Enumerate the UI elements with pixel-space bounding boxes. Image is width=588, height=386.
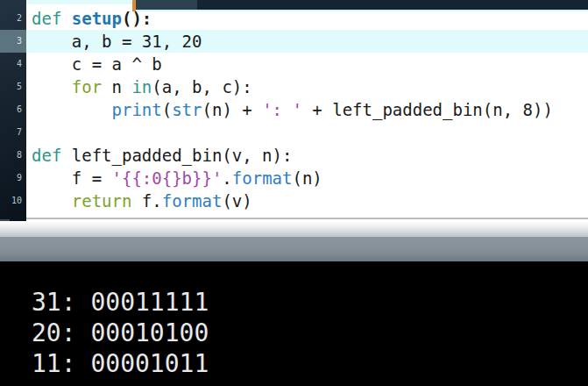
scrollbar-thumb[interactable] (136, 0, 197, 10)
code-line[interactable]: a, b = 31, 20 (26, 30, 588, 53)
code-token: def (32, 146, 61, 165)
code-token: setup (72, 9, 122, 28)
code-token: in (131, 77, 152, 96)
line-number-gutter: 2345678910 (0, 0, 26, 221)
line-number[interactable]: 6 (0, 98, 26, 121)
line-number[interactable]: 9 (0, 167, 26, 189)
code-token: (a, b, c): (152, 77, 251, 96)
code-token: str (172, 100, 202, 119)
code-token: (): (122, 9, 152, 28)
pane-splitter-bottom[interactable] (0, 237, 588, 261)
code-token: f. (131, 191, 161, 211)
code-token: left_padded_bin(v, n): (61, 146, 292, 165)
line-number[interactable]: 7 (0, 121, 26, 144)
code-line[interactable] (26, 121, 588, 144)
code-token: return (72, 191, 132, 211)
code-token: '{{:0{}b}}' (112, 168, 223, 188)
terminal-output-pane[interactable]: 31: 0001111120: 0001010011: 00001011 (0, 261, 588, 386)
line-number[interactable]: 10 (0, 189, 26, 212)
editor-bottom-border (26, 218, 588, 219)
top-strip-underline (136, 10, 588, 11)
code-token: . (222, 168, 231, 188)
code-token (32, 77, 72, 96)
code-token: a, b = 31, 20 (32, 32, 202, 51)
code-token: n (102, 77, 131, 96)
code-line[interactable]: for n in(a, b, c): (26, 75, 588, 98)
pane-splitter-top[interactable] (0, 221, 588, 237)
line-number[interactable]: 5 (0, 75, 26, 98)
code-line[interactable]: f = '{{:0{}b}}'.format(n) (26, 167, 588, 189)
terminal-line: 20: 00010100 (32, 318, 588, 348)
editor-pane[interactable]: 2345678910 def setup(): a, b = 31, 20 c … (0, 0, 588, 221)
code-token: f = (32, 168, 112, 188)
code-token: for (72, 77, 102, 96)
line-number[interactable]: 3 (0, 30, 26, 53)
code-token (61, 9, 71, 28)
code-line[interactable]: return f.format(v) (26, 189, 588, 212)
code-token: ': ' (262, 100, 302, 119)
code-line[interactable]: c = a ^ b (26, 53, 588, 75)
code-token (32, 100, 112, 119)
code-token: format (162, 191, 223, 211)
line-number[interactable]: 2 (0, 7, 26, 30)
scrollbar-track[interactable] (197, 0, 588, 10)
terminal-line: 31: 00011111 (32, 287, 588, 318)
code-token: + left_padded_bin(n, 8)) (302, 100, 553, 119)
terminal-line: 11: 00001011 (32, 348, 588, 379)
top-strip-highlight-segment (26, 0, 132, 4)
code-token: c = a ^ b (32, 54, 162, 74)
code-token: def (32, 9, 61, 28)
code-token: (n) (292, 168, 322, 188)
code-text-area[interactable]: def setup(): a, b = 31, 20 c = a ^ b for… (26, 7, 588, 218)
code-line[interactable]: print(str(n) + ': ' + left_padded_bin(n,… (26, 98, 588, 121)
line-number[interactable]: 4 (0, 53, 26, 75)
code-token: print (112, 100, 162, 119)
code-token: format (232, 168, 293, 188)
code-token (32, 191, 72, 211)
line-number[interactable]: 8 (0, 144, 26, 167)
code-token: (v) (222, 191, 251, 211)
code-token: (n) + (202, 100, 263, 119)
code-token: ( (162, 100, 172, 119)
code-editor-window: 2345678910 def setup(): a, b = 31, 20 c … (0, 0, 588, 386)
code-line[interactable]: def left_padded_bin(v, n): (26, 144, 588, 167)
